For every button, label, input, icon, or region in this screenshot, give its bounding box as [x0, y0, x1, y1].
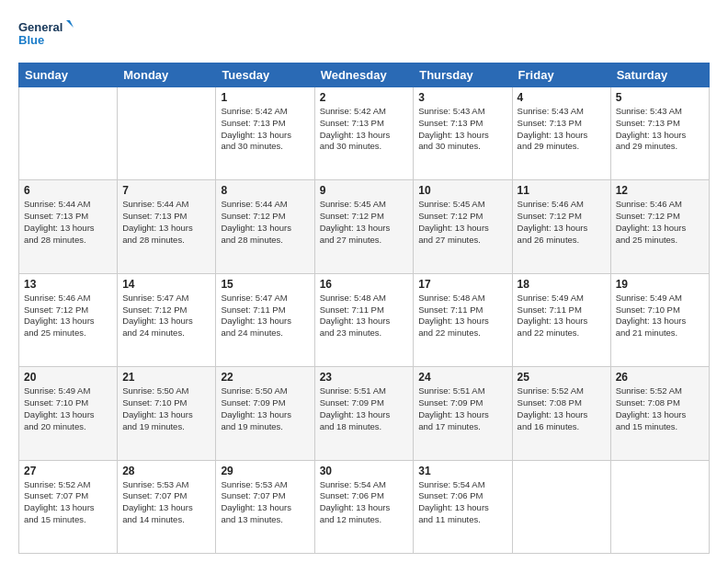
calendar-week-row: 6Sunrise: 5:44 AM Sunset: 7:13 PM Daylig… [19, 180, 710, 273]
calendar-cell: 10Sunrise: 5:45 AM Sunset: 7:12 PM Dayli… [414, 180, 512, 273]
calendar-cell: 6Sunrise: 5:44 AM Sunset: 7:13 PM Daylig… [19, 180, 118, 273]
day-of-week-header: Friday [512, 63, 610, 87]
day-info: Sunrise: 5:53 AM Sunset: 7:07 PM Dayligh… [122, 479, 210, 526]
calendar-cell: 9Sunrise: 5:45 AM Sunset: 7:12 PM Daylig… [314, 180, 414, 273]
day-number: 14 [122, 278, 210, 291]
calendar-cell: 13Sunrise: 5:46 AM Sunset: 7:12 PM Dayli… [19, 273, 118, 366]
day-info: Sunrise: 5:42 AM Sunset: 7:13 PM Dayligh… [221, 106, 309, 153]
calendar-cell: 3Sunrise: 5:43 AM Sunset: 7:13 PM Daylig… [414, 87, 512, 180]
calendar-cell: 27Sunrise: 5:52 AM Sunset: 7:07 PM Dayli… [19, 460, 118, 553]
day-number: 22 [221, 371, 309, 384]
day-info: Sunrise: 5:43 AM Sunset: 7:13 PM Dayligh… [518, 106, 606, 153]
day-number: 2 [320, 91, 409, 104]
day-of-week-header: Tuesday [216, 63, 314, 87]
calendar-cell: 24Sunrise: 5:51 AM Sunset: 7:09 PM Dayli… [414, 367, 512, 460]
calendar-table: SundayMondayTuesdayWednesdayThursdayFrid… [18, 63, 710, 554]
calendar-week-row: 1Sunrise: 5:42 AM Sunset: 7:13 PM Daylig… [19, 87, 710, 180]
logo-svg: General Blue [18, 17, 74, 53]
calendar-header-row: SundayMondayTuesdayWednesdayThursdayFrid… [19, 63, 710, 87]
day-info: Sunrise: 5:48 AM Sunset: 7:11 PM Dayligh… [320, 293, 409, 339]
day-info: Sunrise: 5:51 AM Sunset: 7:09 PM Dayligh… [418, 385, 506, 432]
calendar-cell: 31Sunrise: 5:54 AM Sunset: 7:06 PM Dayli… [414, 460, 512, 553]
day-of-week-header: Sunday [19, 63, 118, 87]
day-number: 31 [418, 465, 506, 477]
day-number: 30 [320, 465, 409, 477]
day-number: 11 [518, 184, 606, 197]
day-number: 19 [616, 278, 704, 291]
svg-marker-2 [66, 20, 74, 28]
calendar-cell: 25Sunrise: 5:52 AM Sunset: 7:08 PM Dayli… [512, 367, 610, 460]
day-info: Sunrise: 5:50 AM Sunset: 7:10 PM Dayligh… [122, 385, 210, 432]
day-number: 24 [418, 371, 506, 384]
day-number: 29 [221, 465, 309, 477]
day-info: Sunrise: 5:54 AM Sunset: 7:06 PM Dayligh… [320, 479, 409, 526]
day-number: 5 [616, 91, 704, 104]
day-number: 7 [122, 184, 210, 197]
day-number: 21 [122, 371, 210, 384]
day-number: 27 [24, 465, 112, 477]
day-of-week-header: Monday [118, 63, 216, 87]
calendar-week-row: 27Sunrise: 5:52 AM Sunset: 7:07 PM Dayli… [19, 460, 710, 553]
calendar-cell: 23Sunrise: 5:51 AM Sunset: 7:09 PM Dayli… [314, 367, 414, 460]
day-info: Sunrise: 5:52 AM Sunset: 7:08 PM Dayligh… [616, 385, 704, 432]
calendar-cell: 21Sunrise: 5:50 AM Sunset: 7:10 PM Dayli… [118, 367, 216, 460]
calendar-cell: 16Sunrise: 5:48 AM Sunset: 7:11 PM Dayli… [314, 273, 414, 366]
day-info: Sunrise: 5:44 AM Sunset: 7:13 PM Dayligh… [122, 199, 210, 246]
day-number: 25 [518, 371, 606, 384]
calendar-cell: 1Sunrise: 5:42 AM Sunset: 7:13 PM Daylig… [216, 87, 314, 180]
calendar-week-row: 13Sunrise: 5:46 AM Sunset: 7:12 PM Dayli… [19, 273, 710, 366]
calendar-cell: 8Sunrise: 5:44 AM Sunset: 7:12 PM Daylig… [216, 180, 314, 273]
day-info: Sunrise: 5:53 AM Sunset: 7:07 PM Dayligh… [221, 479, 309, 526]
calendar-cell: 22Sunrise: 5:50 AM Sunset: 7:09 PM Dayli… [216, 367, 314, 460]
day-number: 26 [616, 371, 704, 384]
day-info: Sunrise: 5:50 AM Sunset: 7:09 PM Dayligh… [221, 385, 309, 432]
day-info: Sunrise: 5:42 AM Sunset: 7:13 PM Dayligh… [320, 106, 409, 153]
calendar-cell: 7Sunrise: 5:44 AM Sunset: 7:13 PM Daylig… [118, 180, 216, 273]
calendar-cell: 28Sunrise: 5:53 AM Sunset: 7:07 PM Dayli… [118, 460, 216, 553]
day-info: Sunrise: 5:46 AM Sunset: 7:12 PM Dayligh… [24, 293, 112, 339]
calendar-cell: 20Sunrise: 5:49 AM Sunset: 7:10 PM Dayli… [19, 367, 118, 460]
day-info: Sunrise: 5:43 AM Sunset: 7:13 PM Dayligh… [418, 106, 506, 153]
day-number: 17 [418, 278, 506, 291]
calendar-cell [118, 87, 216, 180]
day-info: Sunrise: 5:52 AM Sunset: 7:08 PM Dayligh… [518, 385, 606, 432]
day-info: Sunrise: 5:46 AM Sunset: 7:12 PM Dayligh… [518, 199, 606, 246]
day-number: 9 [320, 184, 409, 197]
day-info: Sunrise: 5:49 AM Sunset: 7:11 PM Dayligh… [518, 293, 606, 339]
header: General Blue [18, 17, 710, 53]
day-of-week-header: Thursday [414, 63, 512, 87]
calendar-cell: 29Sunrise: 5:53 AM Sunset: 7:07 PM Dayli… [216, 460, 314, 553]
calendar-cell: 17Sunrise: 5:48 AM Sunset: 7:11 PM Dayli… [414, 273, 512, 366]
logo: General Blue [18, 17, 74, 53]
calendar-cell: 4Sunrise: 5:43 AM Sunset: 7:13 PM Daylig… [512, 87, 610, 180]
day-number: 10 [418, 184, 506, 197]
day-info: Sunrise: 5:47 AM Sunset: 7:11 PM Dayligh… [221, 293, 309, 339]
day-info: Sunrise: 5:54 AM Sunset: 7:06 PM Dayligh… [418, 479, 506, 526]
svg-text:Blue: Blue [18, 33, 44, 47]
day-info: Sunrise: 5:49 AM Sunset: 7:10 PM Dayligh… [616, 293, 704, 339]
day-info: Sunrise: 5:47 AM Sunset: 7:12 PM Dayligh… [122, 293, 210, 339]
day-number: 28 [122, 465, 210, 477]
day-number: 15 [221, 278, 309, 291]
calendar-cell: 26Sunrise: 5:52 AM Sunset: 7:08 PM Dayli… [610, 367, 709, 460]
day-info: Sunrise: 5:51 AM Sunset: 7:09 PM Dayligh… [320, 385, 409, 432]
calendar-cell [512, 460, 610, 553]
calendar-week-row: 20Sunrise: 5:49 AM Sunset: 7:10 PM Dayli… [19, 367, 710, 460]
day-info: Sunrise: 5:45 AM Sunset: 7:12 PM Dayligh… [418, 199, 506, 246]
day-number: 8 [221, 184, 309, 197]
day-of-week-header: Wednesday [314, 63, 414, 87]
day-info: Sunrise: 5:44 AM Sunset: 7:13 PM Dayligh… [24, 199, 112, 246]
day-number: 3 [418, 91, 506, 104]
calendar-cell: 19Sunrise: 5:49 AM Sunset: 7:10 PM Dayli… [610, 273, 709, 366]
calendar-cell: 18Sunrise: 5:49 AM Sunset: 7:11 PM Dayli… [512, 273, 610, 366]
day-number: 4 [518, 91, 606, 104]
day-info: Sunrise: 5:46 AM Sunset: 7:12 PM Dayligh… [616, 199, 704, 246]
day-info: Sunrise: 5:48 AM Sunset: 7:11 PM Dayligh… [418, 293, 506, 339]
calendar-cell: 15Sunrise: 5:47 AM Sunset: 7:11 PM Dayli… [216, 273, 314, 366]
calendar-cell [19, 87, 118, 180]
calendar-cell: 14Sunrise: 5:47 AM Sunset: 7:12 PM Dayli… [118, 273, 216, 366]
day-number: 18 [518, 278, 606, 291]
calendar-cell [610, 460, 709, 553]
day-number: 1 [221, 91, 309, 104]
day-number: 23 [320, 371, 409, 384]
